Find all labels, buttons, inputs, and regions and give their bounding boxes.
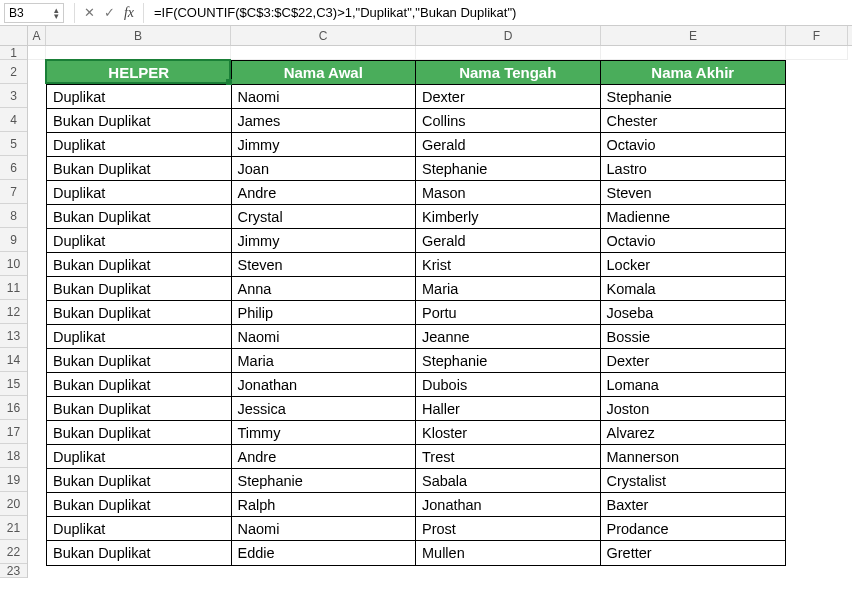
cell[interactable]: Bossie (601, 325, 786, 349)
cell[interactable]: Andre (232, 181, 417, 205)
cell[interactable]: Bukan Duplikat (47, 301, 232, 325)
cell[interactable]: Duplikat (47, 181, 232, 205)
cell[interactable]: Sabala (416, 469, 601, 493)
row-header[interactable]: 19 (0, 468, 27, 492)
col-header-e[interactable]: E (601, 26, 786, 45)
cell[interactable]: Mason (416, 181, 601, 205)
header-nama-awal[interactable]: Nama Awal (232, 61, 417, 85)
cell[interactable]: Anna (232, 277, 417, 301)
cell[interactable]: Duplikat (47, 445, 232, 469)
header-helper[interactable]: HELPER (47, 61, 232, 85)
cell[interactable]: Bukan Duplikat (47, 541, 232, 565)
col-header-f[interactable]: F (786, 26, 848, 45)
cell[interactable]: Naomi (232, 325, 417, 349)
cell[interactable]: Bukan Duplikat (47, 205, 232, 229)
name-box-dropdown-icon[interactable]: ▴▾ (54, 7, 59, 19)
cell[interactable]: Haller (416, 397, 601, 421)
cell[interactable]: Ralph (232, 493, 417, 517)
check-icon[interactable]: ✓ (101, 5, 117, 21)
cell[interactable]: Bukan Duplikat (47, 469, 232, 493)
cell[interactable]: Duplikat (47, 133, 232, 157)
cell[interactable]: Steven (232, 253, 417, 277)
row-header[interactable]: 17 (0, 420, 27, 444)
row-header[interactable]: 12 (0, 300, 27, 324)
col-header-c[interactable]: C (231, 26, 416, 45)
cell[interactable]: Duplikat (47, 229, 232, 253)
col-header-b[interactable]: B (46, 26, 231, 45)
cell[interactable]: Joan (232, 157, 417, 181)
row-header[interactable]: 6 (0, 156, 27, 180)
row-header[interactable]: 9 (0, 228, 27, 252)
row-header[interactable]: 5 (0, 132, 27, 156)
cells-area[interactable]: HELPER Nama Awal Nama Tengah Nama Akhir … (28, 46, 852, 578)
cell[interactable]: Crystalist (601, 469, 786, 493)
row-header[interactable]: 8 (0, 204, 27, 228)
cell[interactable]: Jonathan (416, 493, 601, 517)
row-header[interactable]: 21 (0, 516, 27, 540)
row-header[interactable]: 14 (0, 348, 27, 372)
cell[interactable]: Portu (416, 301, 601, 325)
row-header[interactable]: 18 (0, 444, 27, 468)
select-all-corner[interactable] (0, 26, 28, 45)
cell[interactable]: Duplikat (47, 517, 232, 541)
cell[interactable]: Duplikat (47, 325, 232, 349)
row-header[interactable]: 3 (0, 84, 27, 108)
cell[interactable]: Jimmy (232, 229, 417, 253)
cell[interactable]: Trest (416, 445, 601, 469)
fx-icon[interactable]: fx (121, 5, 137, 21)
cell[interactable]: Steven (601, 181, 786, 205)
col-header-d[interactable]: D (416, 26, 601, 45)
cell[interactable]: Kloster (416, 421, 601, 445)
cell[interactable]: Gretter (601, 541, 786, 565)
cell[interactable]: Bukan Duplikat (47, 157, 232, 181)
cell[interactable]: Gerald (416, 133, 601, 157)
cell[interactable]: Krist (416, 253, 601, 277)
formula-input[interactable]: =IF(COUNTIF($C$3:$C$22,C3)>1,"Duplikat",… (148, 3, 848, 23)
cell[interactable]: Dubois (416, 373, 601, 397)
cell[interactable]: Gerald (416, 229, 601, 253)
cell[interactable]: Eddie (232, 541, 417, 565)
cell[interactable]: Jimmy (232, 133, 417, 157)
row-header[interactable]: 20 (0, 492, 27, 516)
row-header[interactable]: 13 (0, 324, 27, 348)
cell[interactable]: Chester (601, 109, 786, 133)
cell[interactable]: Joston (601, 397, 786, 421)
cell[interactable]: Timmy (232, 421, 417, 445)
cell[interactable]: Stephanie (416, 157, 601, 181)
cell[interactable]: Octavio (601, 229, 786, 253)
cell[interactable]: Prodance (601, 517, 786, 541)
cell[interactable]: Stephanie (416, 349, 601, 373)
cell[interactable]: Lastro (601, 157, 786, 181)
cell[interactable]: Bukan Duplikat (47, 277, 232, 301)
cell[interactable]: Madienne (601, 205, 786, 229)
cell[interactable]: Jeanne (416, 325, 601, 349)
cell[interactable]: Locker (601, 253, 786, 277)
row-header[interactable]: 22 (0, 540, 27, 564)
cell[interactable]: Baxter (601, 493, 786, 517)
cell[interactable]: Duplikat (47, 85, 232, 109)
cell[interactable]: Naomi (232, 85, 417, 109)
cell[interactable]: James (232, 109, 417, 133)
row-header[interactable]: 11 (0, 276, 27, 300)
name-box[interactable]: B3 ▴▾ (4, 3, 64, 23)
cell[interactable]: Stephanie (232, 469, 417, 493)
cell[interactable]: Naomi (232, 517, 417, 541)
cell[interactable]: Lomana (601, 373, 786, 397)
row-header[interactable]: 1 (0, 46, 27, 60)
cell[interactable]: Philip (232, 301, 417, 325)
cell[interactable]: Bukan Duplikat (47, 253, 232, 277)
row-header[interactable]: 7 (0, 180, 27, 204)
cell[interactable]: Stephanie (601, 85, 786, 109)
cell[interactable]: Bukan Duplikat (47, 109, 232, 133)
cancel-icon[interactable]: ✕ (81, 5, 97, 21)
cell[interactable]: Jonathan (232, 373, 417, 397)
cell[interactable]: Maria (232, 349, 417, 373)
row-header[interactable]: 16 (0, 396, 27, 420)
cell[interactable]: Jessica (232, 397, 417, 421)
cell[interactable]: Bukan Duplikat (47, 349, 232, 373)
cell[interactable]: Alvarez (601, 421, 786, 445)
row-header[interactable]: 23 (0, 564, 27, 578)
row-header[interactable]: 15 (0, 372, 27, 396)
cell[interactable]: Mannerson (601, 445, 786, 469)
cell[interactable]: Komala (601, 277, 786, 301)
